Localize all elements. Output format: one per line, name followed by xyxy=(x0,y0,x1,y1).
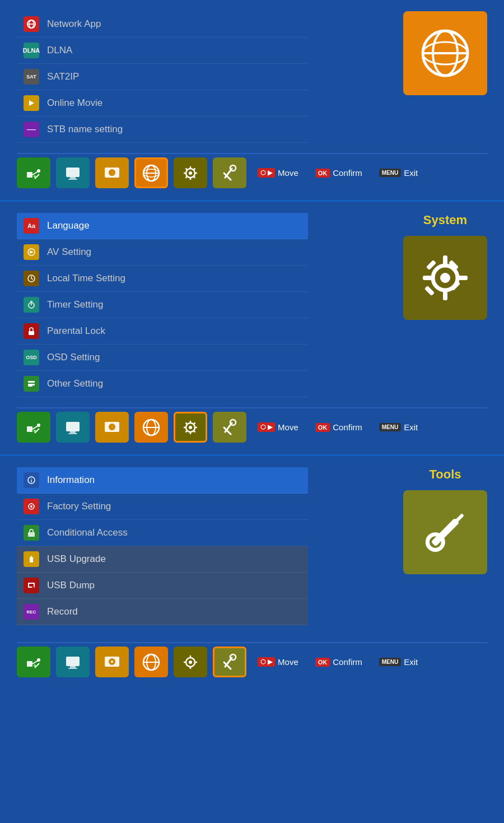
svg-rect-54 xyxy=(458,276,468,280)
menu-item-av-setting[interactable]: AV Setting xyxy=(17,239,308,266)
svg-rect-57 xyxy=(424,286,435,296)
svg-line-106 xyxy=(32,661,38,664)
timer-label: Timer Setting xyxy=(47,299,103,310)
tools-move-badge: ⬡ ▶ xyxy=(258,657,275,667)
system-nav-bar: ⬡ ▶ Move OK Confirm MENU Exit xyxy=(17,407,487,446)
svg-line-80 xyxy=(186,422,188,424)
sys-nav-tv-btn[interactable] xyxy=(56,412,90,443)
svg-text:i: i xyxy=(31,478,32,483)
usb-dump-icon xyxy=(24,578,39,593)
sys-exit-label: Exit xyxy=(404,422,418,432)
svg-line-9 xyxy=(32,171,38,175)
system-section: Aa Language AV Setting Local Time Settin… xyxy=(0,200,504,454)
menu-item-local-time[interactable]: Local Time Setting xyxy=(17,266,308,292)
menu-item-conditional[interactable]: Conditional Access xyxy=(17,520,308,546)
ok-control[interactable]: OK Confirm xyxy=(315,168,362,178)
svg-rect-96 xyxy=(30,559,33,562)
other-icon xyxy=(24,376,39,392)
svg-line-60 xyxy=(32,426,38,429)
menu-item-parental[interactable]: Parental Lock xyxy=(17,318,308,345)
menu-item-usb-dump[interactable]: USB Dump xyxy=(17,573,308,599)
tools-nav-satellite-btn[interactable] xyxy=(17,647,50,677)
nav-satellite-btn[interactable] xyxy=(17,157,50,188)
local-time-label: Local Time Setting xyxy=(47,273,125,284)
tools-nav-network-btn[interactable] xyxy=(134,647,168,677)
svg-marker-38 xyxy=(30,250,34,254)
tools-nav-tv-btn[interactable] xyxy=(56,647,90,677)
sys-exit-control: MENU Exit xyxy=(379,422,418,432)
exit-label: Exit xyxy=(404,168,418,178)
sys-nav-tools-btn[interactable] xyxy=(213,412,246,443)
tools-ok-control[interactable]: OK Confirm xyxy=(315,657,362,667)
move-control: ⬡ ▶ Move xyxy=(258,168,298,178)
menu-item-information[interactable]: i Information xyxy=(17,467,308,494)
nav-system-btn[interactable] xyxy=(174,157,207,188)
dlna-label: DLNA xyxy=(47,45,72,56)
sys-nav-system-btn[interactable] xyxy=(174,412,207,443)
svg-rect-51 xyxy=(443,255,447,266)
exit-control: MENU Exit xyxy=(379,168,418,178)
tools-title: Tools xyxy=(429,467,461,482)
menu-item-timer[interactable]: Timer Setting xyxy=(17,292,308,318)
usb-dump-label: USB Dump xyxy=(47,580,95,591)
nav-tools-btn[interactable] xyxy=(213,157,246,188)
svg-marker-97 xyxy=(29,556,34,559)
menu-item-network-app[interactable]: Network App xyxy=(17,11,308,38)
nav-media-btn[interactable] xyxy=(95,157,129,188)
menu-item-language[interactable]: Aa Language xyxy=(17,213,308,239)
local-time-icon xyxy=(24,271,39,286)
network-nav-icons xyxy=(17,157,246,188)
system-right-panel: System xyxy=(403,213,487,397)
sys-ok-badge: OK xyxy=(315,423,330,432)
menu-item-online-movie[interactable]: Online Movie xyxy=(17,90,308,117)
menu-item-usb-upgrade[interactable]: USB Upgrade xyxy=(17,546,308,573)
menu-item-record[interactable]: REC Record xyxy=(17,599,308,625)
nav-tv-btn[interactable] xyxy=(56,157,90,188)
svg-rect-14 xyxy=(70,177,76,179)
sat2ip-icon: SAT xyxy=(24,69,39,85)
nav-network-btn[interactable] xyxy=(134,157,168,188)
menu-item-sat2ip[interactable]: SAT SAT2IP xyxy=(17,64,308,90)
conditional-icon xyxy=(24,525,39,541)
tools-nav-tools-btn[interactable] xyxy=(213,647,246,677)
menu-item-stb-name[interactable]: — STB name setting xyxy=(17,117,308,143)
sys-nav-media-btn[interactable] xyxy=(95,412,129,443)
tools-move-label: Move xyxy=(278,657,298,667)
factory-icon xyxy=(24,499,39,514)
sys-move-badge: ⬡ ▶ xyxy=(258,422,275,432)
svg-rect-110 xyxy=(66,657,80,666)
sys-confirm-label: Confirm xyxy=(333,422,362,432)
tools-section: i Information Factory Setting Conditiona… xyxy=(0,454,504,689)
move-badge: ⬡ ▶ xyxy=(258,168,275,178)
menu-item-dlna[interactable]: DLNA DLNA xyxy=(17,38,308,64)
svg-rect-47 xyxy=(28,384,35,385)
tools-ok-badge: OK xyxy=(315,658,330,667)
menu-item-osd[interactable]: OSD OSD Setting xyxy=(17,345,308,371)
system-menu-list: Aa Language AV Setting Local Time Settin… xyxy=(17,213,308,397)
menu-item-other[interactable]: Other Setting xyxy=(17,371,308,397)
sys-nav-network-btn[interactable] xyxy=(134,412,168,443)
parental-label: Parental Lock xyxy=(47,326,105,337)
sys-nav-satellite-btn[interactable] xyxy=(17,412,50,443)
network-right-panel xyxy=(403,11,487,143)
move-label: Move xyxy=(278,168,298,178)
tools-nav-media-btn[interactable] xyxy=(95,647,129,677)
network-main-icon xyxy=(403,11,487,95)
network-app-icon xyxy=(24,16,39,32)
tools-confirm-label: Confirm xyxy=(333,657,362,667)
system-nav-icons xyxy=(17,412,246,443)
svg-line-32 xyxy=(194,168,195,170)
language-icon: Aa xyxy=(24,218,39,234)
tools-move-control: ⬡ ▶ Move xyxy=(258,657,298,667)
svg-line-31 xyxy=(194,176,195,178)
osd-icon: OSD xyxy=(24,350,39,365)
svg-point-85 xyxy=(230,420,236,425)
sys-ok-control[interactable]: OK Confirm xyxy=(315,422,362,432)
tools-nav-controls: ⬡ ▶ Move OK Confirm MENU Exit xyxy=(258,657,418,667)
av-setting-icon xyxy=(24,244,39,260)
language-label: Language xyxy=(47,220,90,231)
sys-move-control: ⬡ ▶ Move xyxy=(258,422,298,432)
tools-nav-system-btn[interactable] xyxy=(174,647,207,677)
menu-item-factory[interactable]: Factory Setting xyxy=(17,494,308,520)
confirm-label: Confirm xyxy=(333,168,362,178)
